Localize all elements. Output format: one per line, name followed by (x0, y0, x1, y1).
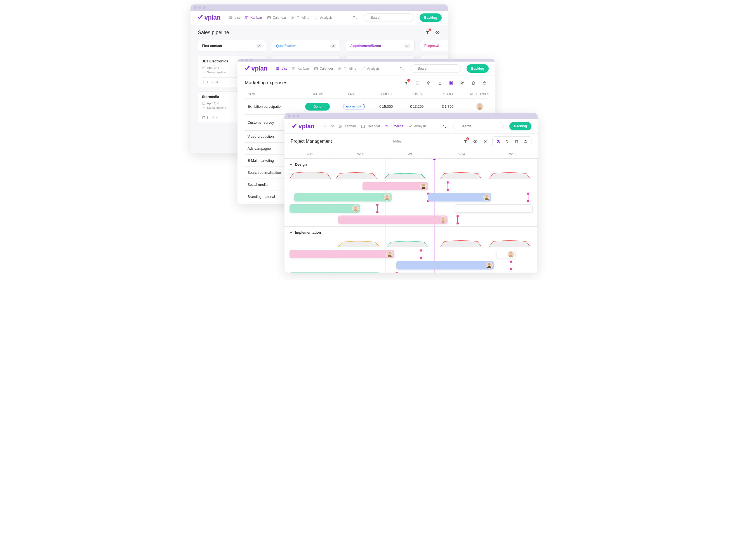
backlog-button[interactable]: Backlog (420, 13, 442, 22)
timeline-bar[interactable] (396, 261, 494, 270)
timeline-bar[interactable] (338, 216, 448, 224)
briefcase-icon[interactable] (522, 138, 528, 144)
tab-list[interactable]: List (276, 66, 287, 71)
window-titlebar (191, 4, 448, 11)
avatar (440, 216, 447, 223)
tab-analysis[interactable]: Analysis (408, 124, 427, 128)
tools-icon[interactable] (414, 80, 421, 86)
calendar-icon (361, 124, 365, 128)
tab-calendar[interactable]: Calendar (361, 124, 380, 128)
fullscreen-icon[interactable] (442, 123, 448, 129)
col-header: RESULT (432, 93, 463, 96)
search-field[interactable] (417, 66, 460, 71)
nav-tabs: List Kanban Calendar Timeline Analysis (323, 124, 426, 128)
week-label: W14 (436, 152, 487, 156)
tab-label: List (281, 66, 287, 71)
milestone-marker[interactable] (421, 250, 421, 258)
svg-point-26 (388, 252, 391, 254)
tab-kanban[interactable]: Kanban (339, 124, 356, 128)
table-row[interactable]: Exhibition participationDoneEXHIBITION€ … (245, 99, 488, 114)
milestone-marker[interactable] (457, 216, 458, 223)
check-icon (211, 116, 215, 119)
column-header[interactable]: Qualification3 (272, 40, 340, 52)
trash-icon[interactable] (513, 138, 519, 144)
column-name: First contact (202, 44, 222, 48)
toolgroup (492, 136, 532, 146)
timeline-bar[interactable] (428, 193, 491, 201)
tab-timeline[interactable]: Timeline (338, 66, 356, 71)
eye-icon[interactable] (472, 138, 478, 144)
filter-icon[interactable]: 1 (424, 29, 430, 35)
flow-icon (202, 71, 205, 74)
tab-timeline[interactable]: Timeline (291, 16, 309, 20)
tab-calendar[interactable]: Calendar (267, 16, 286, 20)
calendar-icon (314, 66, 318, 71)
tab-kanban[interactable]: Kanban (245, 16, 262, 20)
search-input[interactable] (411, 64, 461, 73)
download-icon[interactable] (437, 80, 443, 86)
capacity-wave (489, 170, 530, 179)
svg-rect-1 (247, 16, 248, 18)
check-icon (211, 80, 215, 84)
capacity-wave (440, 170, 482, 179)
milestone-marker[interactable] (448, 183, 448, 190)
window-timeline: vplan List Kanban Calendar Timeline Anal… (284, 113, 538, 273)
col-header: STATUS (298, 93, 337, 96)
nav-tabs: List Kanban Calender Timeline Analysis (276, 66, 379, 71)
users-icon[interactable] (459, 80, 465, 86)
timeline-lane (289, 249, 533, 260)
timeline-bar[interactable] (363, 182, 428, 190)
search-field[interactable] (460, 124, 503, 129)
trash-icon[interactable] (470, 80, 476, 86)
backlog-button[interactable]: Backlog (466, 64, 489, 73)
filter-icon[interactable]: 1 (403, 80, 409, 86)
chart-icon (362, 66, 365, 71)
tab-label: Kanban (344, 124, 356, 128)
section-header[interactable]: Implementation (289, 231, 533, 234)
capacity-wave (336, 170, 377, 179)
timeline-bar[interactable] (496, 250, 516, 258)
week-label: W15 (487, 152, 538, 156)
timeline-bar[interactable] (289, 272, 379, 273)
filter-icon[interactable]: 1 (462, 138, 468, 144)
fullscreen-icon[interactable] (399, 65, 405, 72)
section-header[interactable]: Design (289, 163, 533, 167)
tools-icon[interactable] (482, 138, 488, 144)
svg-rect-15 (339, 125, 340, 127)
tab-list[interactable]: List (323, 124, 334, 128)
column-header[interactable]: Proposal (420, 40, 448, 51)
svg-point-22 (386, 195, 388, 198)
tab-kanban[interactable]: Kanban (292, 66, 309, 71)
page-header: Sales pipeline 1 (191, 25, 448, 40)
tab-analysis[interactable]: Analysis (362, 66, 379, 71)
backlog-button[interactable]: Backlog (509, 122, 532, 131)
check-logo-icon (243, 65, 251, 72)
puzzle-icon[interactable] (495, 138, 501, 144)
tab-calendar[interactable]: Calender (314, 66, 334, 71)
timeline-lane (289, 192, 533, 203)
eye-icon[interactable] (434, 29, 440, 35)
search-input[interactable] (364, 13, 414, 22)
search-field[interactable] (370, 16, 413, 20)
timeline-bar[interactable] (455, 204, 533, 213)
tab-timeline[interactable]: Timeline (385, 124, 403, 128)
milestone-marker[interactable] (511, 262, 511, 269)
users-icon[interactable] (504, 138, 511, 144)
brand-logo: vplan (291, 122, 314, 130)
chat-icon (202, 116, 205, 119)
timeline-bar[interactable] (289, 250, 394, 258)
tab-analysis[interactable]: Analysis (314, 16, 333, 20)
column-header[interactable]: First contact2 (198, 40, 266, 52)
milestone-marker[interactable] (377, 205, 378, 212)
tab-list[interactable]: List (229, 16, 240, 20)
timeline-bar[interactable] (289, 204, 360, 213)
fullscreen-icon[interactable] (352, 15, 358, 21)
box-icon[interactable] (426, 80, 432, 86)
timeline-bar[interactable] (294, 193, 392, 201)
column-header[interactable]: Appointment/Demo5 (346, 40, 414, 52)
puzzle-icon[interactable] (448, 80, 454, 86)
tab-label: Analysis (414, 124, 427, 128)
milestone-marker[interactable] (528, 194, 528, 201)
search-input[interactable] (453, 122, 504, 131)
briefcase-icon[interactable] (481, 80, 488, 86)
